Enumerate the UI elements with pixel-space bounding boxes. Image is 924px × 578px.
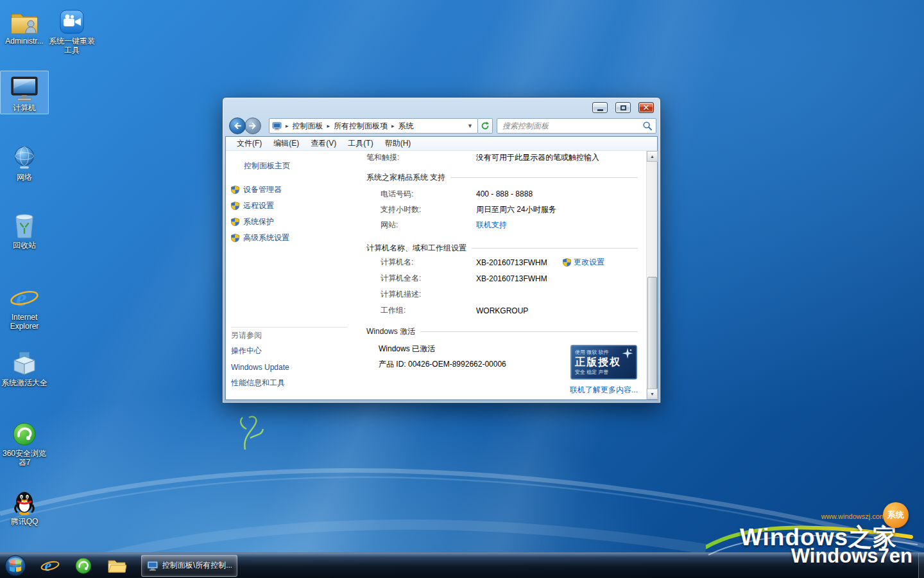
computer-icon — [1, 73, 48, 101]
breadcrumb[interactable]: ▸ 控制面板 ▸ 所有控制面板项 ▸ 系统 ▼ — [269, 118, 478, 134]
360-browser-icon — [1, 419, 48, 447]
desktop-icon-computer[interactable]: 计算机 — [0, 71, 49, 114]
support-section-title: 系统之家精品系统 支持 — [366, 172, 445, 183]
svg-text:e: e — [45, 557, 52, 574]
scroll-up-icon: ▲ — [650, 154, 654, 159]
address-control-panel-icon — [272, 122, 282, 130]
sidebar-item-control-panel-home[interactable]: 控制面板主页 — [226, 160, 354, 171]
activation-section-title: Windows 激活 — [366, 326, 415, 337]
maximize-button[interactable] — [615, 102, 631, 113]
desktop-icon-label: 360安全浏览器7 — [1, 449, 48, 467]
sidebar-item-remote-settings[interactable]: 远程设置 — [226, 198, 354, 214]
activation-section-header: Windows 激活 — [366, 325, 638, 338]
taskbar-360-browser-button[interactable] — [67, 554, 100, 578]
back-arrow-icon — [234, 122, 241, 130]
sidebar-item-label: 高级系统设置 — [243, 232, 289, 243]
address-dropdown-icon[interactable]: ▼ — [465, 123, 475, 129]
taskbar-ie-button[interactable]: e — [33, 554, 67, 578]
desktop-icon-qq[interactable]: 腾讯QQ — [0, 484, 49, 528]
badge-bottom-text: 安全 稳定 声誉 — [575, 369, 633, 376]
computer-name-row: 计算机名: XB-20160713FWHM 更改设置 — [366, 254, 638, 270]
desktop-icon-administrator[interactable]: Administr... — [0, 4, 49, 48]
desktop-icon-activation-suite[interactable]: 系统激活大全 — [0, 346, 49, 389]
back-button[interactable] — [229, 118, 246, 134]
show-desktop-button[interactable] — [918, 553, 924, 578]
workgroup-value: WORKGROUP — [476, 306, 528, 315]
forward-button[interactable] — [244, 118, 261, 134]
computer-name-value: XB-20160713FWHM — [476, 258, 547, 267]
menu-file[interactable]: 文件(F) — [231, 137, 268, 150]
website-label: 网站: — [381, 220, 476, 231]
change-settings-link[interactable]: 更改设置 — [563, 257, 604, 268]
internet-explorer-icon: e — [1, 283, 48, 311]
reinstall-tool-icon — [48, 6, 96, 35]
refresh-icon — [481, 121, 490, 130]
desktop-icon-internet-explorer[interactable]: e Internet Explorer — [0, 280, 49, 333]
desktop-icon-recycle-bin[interactable]: 回收站 — [0, 208, 49, 252]
scroll-down-button[interactable]: ▼ — [647, 389, 658, 399]
website-row: 网站: 联机支持 — [366, 217, 638, 232]
window-body: 文件(F) 编辑(E) 查看(V) 工具(T) 帮助(H) 控制面板主页 — [225, 136, 658, 400]
taskbar-explorer-button[interactable] — [100, 554, 133, 578]
minimize-button[interactable] — [592, 102, 608, 113]
sidebar-item-performance-tools[interactable]: 性能信息和工具 — [226, 375, 354, 391]
full-name-row: 计算机全名: XB-20160713FWHM — [366, 270, 638, 286]
system-window: ✕ ▸ 控制面板 ▸ 所有控制面板项 ▸ 系统 — [222, 97, 661, 403]
watermark-brand-line1: Windows之家 — [740, 521, 897, 554]
activation-status: Windows 已激活 — [379, 344, 435, 355]
vertical-scrollbar[interactable]: ▲ ▼ — [646, 151, 657, 399]
close-icon: ✕ — [643, 103, 650, 112]
sidebar-item-windows-update[interactable]: Windows Update — [226, 359, 354, 375]
menu-help[interactable]: 帮助(H) — [379, 137, 417, 150]
user-folder-icon — [1, 6, 48, 35]
computer-name-label: 计算机名: — [381, 257, 476, 268]
start-button[interactable] — [4, 554, 27, 577]
desktop-icon-network[interactable]: 网络 — [0, 140, 49, 184]
close-button[interactable]: ✕ — [638, 102, 654, 113]
desktop-icon-label: 网络 — [1, 173, 48, 182]
search-input[interactable] — [501, 121, 643, 131]
window-titlebar[interactable]: ✕ — [223, 98, 660, 116]
watermark-system-badge: 系统 — [883, 502, 909, 528]
pen-touch-label: 笔和触摸: — [366, 152, 476, 163]
sidebar-item-label: 远程设置 — [243, 200, 274, 211]
scrollbar-thumb[interactable] — [647, 277, 657, 390]
online-support-link[interactable]: 联机支持 — [476, 220, 507, 231]
genuine-microsoft-badge[interactable]: 使用 微软 软件 正版授权 安全 稳定 声誉 — [570, 345, 637, 380]
desktop: Administr... 系统一键重装工具 计算机 — [0, 0, 924, 578]
sidebar-item-label: 设备管理器 — [243, 184, 282, 195]
watermark-badge-label: 系统 — [887, 509, 904, 521]
network-globe-icon — [1, 143, 48, 171]
taskbar-active-task-control-panel[interactable]: 控制面板\所有控制... — [141, 555, 237, 577]
computer-name-section-header: 计算机名称、域和工作组设置 — [366, 241, 638, 254]
change-settings-label: 更改设置 — [574, 257, 604, 268]
learn-more-online-link[interactable]: 联机了解更多内容... — [570, 385, 638, 396]
menu-edit[interactable]: 编辑(E) — [268, 137, 305, 150]
internet-explorer-icon: e — [40, 557, 60, 575]
control-panel-icon — [147, 561, 158, 571]
sidebar: 控制面板主页 设备管理器 — [226, 151, 354, 399]
breadcrumb-item-system[interactable]: 系统 — [398, 121, 414, 132]
support-section-header: 系统之家精品系统 支持 — [366, 171, 638, 184]
qq-penguin-icon — [1, 487, 48, 515]
hours-label: 支持小时数: — [381, 204, 476, 215]
sidebar-item-advanced-settings[interactable]: 高级系统设置 — [226, 230, 354, 246]
uac-shield-icon — [231, 234, 239, 242]
phone-value: 400 - 888 - 8888 — [476, 189, 533, 198]
description-label: 计算机描述: — [381, 289, 476, 300]
active-task-label: 控制面板\所有控制... — [162, 560, 232, 571]
desktop-icon-360-browser[interactable]: 360安全浏览器7 — [0, 416, 49, 469]
scroll-up-button[interactable]: ▲ — [647, 151, 658, 162]
breadcrumb-item-control-panel[interactable]: 控制面板 — [293, 121, 323, 132]
breadcrumb-item-all-items[interactable]: 所有控制面板项 — [334, 121, 388, 132]
desktop-icon-reinstall-tool[interactable]: 系统一键重装工具 — [47, 4, 96, 57]
sidebar-item-system-protection[interactable]: 系统保护 — [226, 214, 354, 230]
menu-view[interactable]: 查看(V) — [305, 137, 342, 150]
sidebar-item-action-center[interactable]: 操作中心 — [226, 343, 354, 359]
sidebar-item-device-manager[interactable]: 设备管理器 — [226, 182, 354, 198]
search-box[interactable] — [497, 118, 656, 134]
full-name-value: XB-20160713FWHM — [476, 274, 547, 283]
refresh-button[interactable] — [478, 118, 493, 134]
minimize-icon — [597, 109, 603, 111]
menu-tools[interactable]: 工具(T) — [342, 137, 379, 150]
